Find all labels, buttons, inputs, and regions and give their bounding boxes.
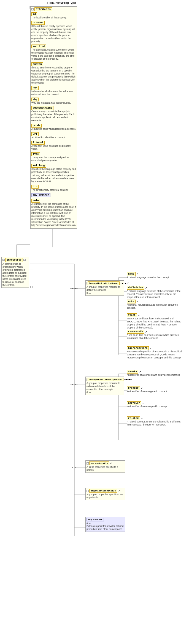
concept-broader-elem: broader ↗ An identifier of a more generi… bbox=[127, 386, 182, 393]
concept-name-label: name bbox=[127, 272, 136, 276]
seq-connector-1: ─●─●─ bbox=[70, 287, 78, 290]
left-bracket bbox=[30, 253, 33, 269]
concept-note-elem: note ↗ Additional natural language infor… bbox=[127, 300, 182, 309]
any-other-box: any ##other 0..∞ Extension point for pro… bbox=[85, 517, 125, 532]
attr-dir-desc: The directionality of textual content. bbox=[31, 189, 76, 192]
expand-icon[interactable] bbox=[31, 8, 34, 10]
attr-modified: modified The date (and, optionally, the … bbox=[31, 45, 76, 60]
concept-definition-desc: A natural language definition of the sem… bbox=[127, 290, 182, 299]
attr-creator-name: creator bbox=[31, 21, 45, 25]
diagram-container: Flex1PartyPropType attributes id The loc… bbox=[0, 0, 189, 644]
infosource-link-icon: ↗ bbox=[23, 259, 26, 261]
definition-link-icon: ↗ bbox=[145, 287, 147, 289]
anyother-label: any ##other bbox=[87, 518, 104, 521]
attr-qcode-desc: A qualified code which identifies a conc… bbox=[31, 128, 76, 131]
attr-pubconstraint-name: pubconstraint bbox=[31, 106, 53, 110]
attributes-label: attributes bbox=[34, 7, 52, 11]
concept-related-desc: A related concept, where the relationshi… bbox=[127, 420, 182, 426]
attr-modified-name: modified bbox=[31, 45, 46, 48]
concept-sameas-label: sameAs bbox=[127, 370, 138, 374]
attr-qcode-name: qcode bbox=[31, 124, 42, 128]
attr-dir: dir The directionality of textual conten… bbox=[31, 185, 76, 192]
attr-id: id The local identifier of the property. bbox=[31, 12, 76, 19]
remoteinfo-link-icon: ↗ bbox=[145, 331, 147, 333]
crg-expand-icon[interactable] bbox=[87, 378, 87, 381]
attr-modified-desc: The date (and, optionally, the time) whe… bbox=[31, 48, 76, 60]
anyother-cardinality: 0..∞ bbox=[87, 522, 124, 525]
attr-pubconstraint: pubconstraint One or many constraints th… bbox=[31, 106, 76, 122]
attr-role: role A refinement of the semantics of th… bbox=[31, 199, 76, 227]
cdg-expand-icon[interactable] bbox=[87, 282, 87, 284]
attr-qcode: qcode A qualified code which identifies … bbox=[31, 124, 76, 131]
infosource-icon: i bbox=[2, 259, 5, 261]
od-desc: A group of properties specific to an org… bbox=[87, 493, 124, 499]
attr-role-desc: A refinement of the semantics of the pro… bbox=[31, 203, 76, 227]
concept-remoteinfo-desc: A link to an item or a web resource whic… bbox=[127, 334, 182, 340]
attr-type-name: type bbox=[31, 152, 40, 156]
attr-custom-desc: If set to true the corresponding propert… bbox=[31, 66, 76, 84]
attr-uri-desc: A URI which identifies a concept. bbox=[31, 136, 76, 139]
narrower-link-icon: ↗ bbox=[142, 402, 144, 405]
hierarchyinfo-link-icon: ↗ bbox=[150, 347, 152, 350]
cdg-label: ConceptDefinitionGroup bbox=[88, 281, 120, 285]
attr-type: type The type of the concept assigned as… bbox=[31, 152, 76, 162]
person-details-box: personDetails ↗ A list of properties spe… bbox=[85, 460, 125, 473]
pd-desc: A list of properties specific to a perso… bbox=[87, 466, 124, 472]
attr-literal: literal A free-text value assigned as pr… bbox=[31, 141, 76, 151]
cdg-connector1: ─●─●─ bbox=[120, 282, 128, 284]
attr-uri: uri A URI which identifies a concept. bbox=[31, 132, 76, 139]
concept-facet-label: facet bbox=[127, 313, 137, 317]
name-link-icon: ↗ bbox=[136, 273, 138, 275]
concept-hierarchyinfo-label: hierarchyInfo bbox=[127, 346, 149, 350]
concept-def-group-box: ConceptDefinitionGroup ─●─●─ □ A group o… bbox=[85, 280, 124, 296]
infosource-box: i infoSource ↗ A party (person or organi… bbox=[1, 257, 29, 288]
concept-remoteinfo-elem: remoteInfo ↗ A link to an item or a web … bbox=[127, 330, 182, 340]
seq-connector-2: ─●─●─ bbox=[70, 383, 78, 386]
pd-label: personDetails bbox=[89, 461, 109, 465]
attr-why: why Why the metadata has been included. bbox=[31, 98, 76, 104]
attr-role-name: role bbox=[31, 199, 40, 203]
crg-connector2: □ bbox=[132, 378, 133, 381]
attr-custom-name: custom bbox=[31, 62, 43, 66]
concept-narrower-label: narrower bbox=[127, 401, 141, 405]
attr-why-desc: Why the metadata has been included. bbox=[31, 101, 76, 104]
concept-narrower-elem: narrower ↗ An identifier of a more speci… bbox=[127, 401, 182, 408]
org-details-box: organisationDetails ↗ A group of propert… bbox=[85, 488, 125, 500]
attr-how: how Indicates by which means the value w… bbox=[31, 86, 76, 96]
attr-how-desc: Indicates by which means the value was e… bbox=[31, 90, 76, 96]
attr-xmllang: xml:lang Specifies the language of this … bbox=[31, 164, 76, 183]
attr-dir-name: dir bbox=[31, 185, 39, 189]
concept-hierarchyinfo-desc: Represents the position of a concept in … bbox=[127, 350, 182, 359]
title-text: Flex1PartyPropType bbox=[47, 1, 76, 4]
attr-literal-desc: A free-text value assigned as property v… bbox=[31, 145, 76, 151]
concept-related-elem: related ↗ A related concept, where the r… bbox=[127, 416, 182, 426]
concept-facet-elem: facet ↗ In NAR 1.8 and later, facet is d… bbox=[127, 313, 182, 329]
concept-rel-group-box: ConceptRelationshipsGroup ─●─●─ □ A grou… bbox=[85, 377, 124, 395]
concept-sameas-desc: An identifier of a concept with equivale… bbox=[127, 374, 182, 377]
infosource-desc: A party (person or organisation) which o… bbox=[2, 262, 28, 287]
crg-label: ConceptRelationshipsGroup bbox=[88, 378, 123, 381]
concept-remoteinfo-label: remoteInfo bbox=[127, 330, 144, 334]
attributes-container: attributes id The local identifier of th… bbox=[30, 6, 77, 229]
pd-expand-icon[interactable] bbox=[87, 462, 89, 465]
attr-id-desc: The local identifier of the property. bbox=[31, 16, 76, 19]
attr-uri-name: uri bbox=[31, 132, 39, 136]
od-expand-icon[interactable] bbox=[87, 490, 89, 492]
concept-note-desc: Additional natural language information … bbox=[127, 303, 182, 309]
attr-anyother-name: any ##other bbox=[31, 193, 50, 197]
attr-any-other: any ##other bbox=[31, 193, 76, 197]
infosource-name: infoSource bbox=[5, 258, 23, 262]
left-group-bracket bbox=[30, 286, 33, 288]
crg-cardinality-label: 0..∞ bbox=[87, 391, 123, 394]
attr-id-name: id bbox=[31, 12, 37, 16]
attr-xmllang-desc: Specifies the language of this property … bbox=[31, 168, 76, 183]
facet-link-icon: ↗ bbox=[138, 314, 140, 317]
attr-how-name: how bbox=[31, 86, 39, 90]
attr-why-name: why bbox=[31, 98, 39, 101]
attr-literal-name: literal bbox=[31, 141, 45, 145]
concept-definition-label: definition bbox=[127, 286, 144, 290]
broader-link-icon: ↗ bbox=[141, 387, 143, 389]
concept-broader-desc: An identifier of a more generic concept. bbox=[127, 390, 182, 393]
concept-facet-desc: In NAR 1.8 and later, facet is deprecate… bbox=[127, 317, 182, 329]
cdg-cardinality-label: 0..∞ bbox=[87, 292, 123, 295]
